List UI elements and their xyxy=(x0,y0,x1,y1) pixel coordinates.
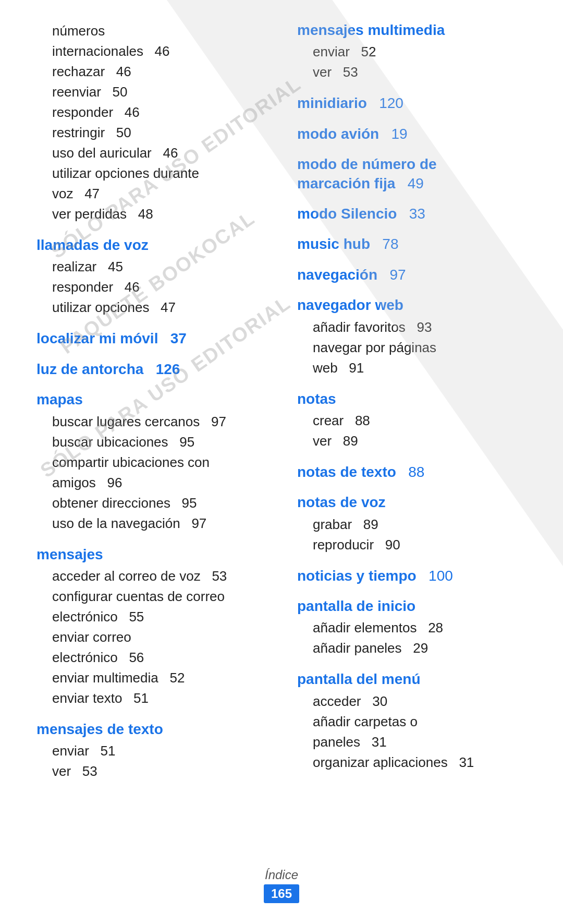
entry-responder2: responder 46 xyxy=(36,277,271,297)
entry-ver-texto: ver 53 xyxy=(36,761,271,782)
header-navegador-web: navegador web xyxy=(297,296,532,315)
page-footer: Índice 165 xyxy=(0,868,563,903)
header-modo-numero: modo de número de xyxy=(297,155,532,174)
left-column: números internacionales 46 rechazar 46 r… xyxy=(36,21,287,782)
header-mensajes-multimedia: mensajes multimedia xyxy=(297,21,532,40)
header-llamadas-voz: llamadas de voz xyxy=(36,236,271,255)
header-minidiario: minidiario 120 xyxy=(297,94,532,113)
header-noticias-tiempo: noticias y tiempo 100 xyxy=(297,567,532,585)
entry-paneles: paneles 31 xyxy=(297,732,532,752)
entry-internacionales: internacionales 46 xyxy=(36,41,271,62)
entry-compartir-ubicaciones: compartir ubicaciones con xyxy=(36,452,271,473)
entry-enviar-mms: enviar 52 xyxy=(297,42,532,62)
entry-uso-navegacion: uso de la navegación 97 xyxy=(36,513,271,534)
header-notas: notas xyxy=(297,390,532,409)
entry-reenviar: reenviar 50 xyxy=(36,82,271,102)
entry-utilizar-opciones: utilizar opciones 47 xyxy=(36,297,271,318)
header-marcacion-fija: marcación fija 49 xyxy=(297,174,532,193)
entry-uso-auricular: uso del auricular 46 xyxy=(36,143,271,163)
entry-buscar-lugares: buscar lugares cercanos 97 xyxy=(36,412,271,432)
entry-enviar-texto: enviar texto 51 xyxy=(36,688,271,709)
entry-añadir-carpetas: añadir carpetas o xyxy=(297,712,532,732)
entry-ver-nota: ver 89 xyxy=(297,431,532,451)
entry-buscar-ubicaciones: buscar ubicaciones 95 xyxy=(36,432,271,452)
header-luz-antorcha: luz de antorcha 126 xyxy=(36,360,271,379)
entry-obtener-direcciones: obtener direcciones 95 xyxy=(36,493,271,513)
entry-responder1: responder 46 xyxy=(36,102,271,123)
page-number: 165 xyxy=(264,884,299,903)
header-localizar: localizar mi móvil 37 xyxy=(36,329,271,348)
page-content: números internacionales 46 rechazar 46 r… xyxy=(0,0,563,823)
entry-enviar-correo: enviar correo xyxy=(36,627,271,647)
header-mensajes-texto: mensajes de texto xyxy=(36,720,271,739)
footer-label: Índice xyxy=(0,868,563,882)
entry-crear-nota: crear 88 xyxy=(297,411,532,431)
entry-amigos: amigos 96 xyxy=(36,473,271,493)
entry-añadir-favoritos: añadir favoritos 93 xyxy=(297,317,532,338)
header-pantalla-menu: pantalla del menú xyxy=(297,670,532,689)
entry-ver-perdidas: ver perdidas 48 xyxy=(36,204,271,224)
header-mapas: mapas xyxy=(36,390,271,409)
header-mensajes: mensajes xyxy=(36,545,271,564)
entry-utilizar-opciones-durante: utilizar opciones durante xyxy=(36,163,271,184)
entry-acceder-menu: acceder 30 xyxy=(297,691,532,712)
entry-realizar: realizar 45 xyxy=(36,257,271,277)
entry-acceder-correo-voz: acceder al correo de voz 53 xyxy=(36,566,271,586)
entry-restringir: restringir 50 xyxy=(36,123,271,143)
entry-enviar-texto2: enviar 51 xyxy=(36,741,271,761)
entry-ver-mms: ver 53 xyxy=(297,62,532,82)
entry-añadir-elementos: añadir elementos 28 xyxy=(297,618,532,638)
entry-grabar: grabar 89 xyxy=(297,514,532,535)
entry-rechazar: rechazar 46 xyxy=(36,62,271,82)
header-music-hub: music hub 78 xyxy=(297,235,532,254)
entry-web: web 91 xyxy=(297,358,532,378)
entry-añadir-paneles: añadir paneles 29 xyxy=(297,638,532,658)
entry-electronico2: electrónico 56 xyxy=(36,647,271,668)
header-notas-voz: notas de voz xyxy=(297,493,532,512)
entry-configurar-cuentas: configurar cuentas de correo xyxy=(36,586,271,607)
entry-organizar-aplicaciones: organizar aplicaciones 31 xyxy=(297,752,532,773)
entry-voz: voz 47 xyxy=(36,184,271,204)
entry-electronico1: electrónico 55 xyxy=(36,607,271,627)
entry-enviar-multimedia: enviar multimedia 52 xyxy=(36,668,271,688)
header-pantalla-inicio: pantalla de inicio xyxy=(297,597,532,616)
header-modo-silencio: modo Silencio 33 xyxy=(297,205,532,223)
entry-navegar-paginas: navegar por páginas xyxy=(297,338,532,358)
header-modo-avion: modo avión 19 xyxy=(297,125,532,143)
entry-numeros: números xyxy=(36,21,271,41)
right-column: mensajes multimedia enviar 52 ver 53 min… xyxy=(287,21,532,782)
entry-reproducir: reproducir 90 xyxy=(297,535,532,555)
header-notas-texto: notas de texto 88 xyxy=(297,463,532,482)
header-navegacion: navegación 97 xyxy=(297,266,532,284)
